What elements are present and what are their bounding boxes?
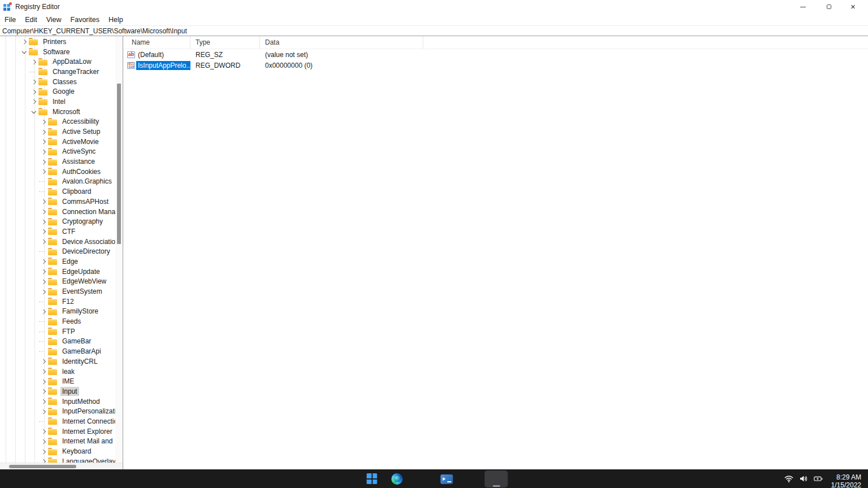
chevron-right-icon[interactable] — [40, 407, 48, 416]
chevron-right-icon[interactable] — [40, 147, 48, 156]
taskbar-registry-editor-button[interactable] — [485, 470, 508, 487]
chevron-right-icon[interactable] — [40, 307, 48, 316]
tree-item-input[interactable]: Input — [0, 386, 115, 396]
chevron-right-icon[interactable] — [40, 197, 48, 206]
chevron-right-icon[interactable] — [21, 37, 29, 46]
tree-item-edgewebview[interactable]: EdgeWebView — [0, 277, 115, 287]
taskbar-power-app-button[interactable] — [460, 470, 483, 487]
menu-item-help[interactable]: Help — [108, 16, 123, 24]
tree-item-inputmethod[interactable]: InputMethod — [0, 396, 115, 407]
tree-item-languageoverlay[interactable]: LanguageOverlay — [0, 456, 115, 463]
chevron-right-icon[interactable] — [31, 57, 38, 67]
tree-item-assistance[interactable]: Assistance — [0, 156, 115, 167]
tree-item-commsaphost[interactable]: CommsAPHost — [0, 197, 115, 207]
column-header-name[interactable]: Name — [123, 36, 190, 49]
chevron-right-icon[interactable] — [40, 447, 48, 456]
taskbar-edge-button[interactable] — [385, 470, 409, 487]
chevron-right-icon[interactable] — [40, 426, 48, 436]
chevron-right-icon[interactable] — [40, 237, 48, 246]
chevron-right-icon[interactable] — [31, 87, 38, 97]
tree-item-internet-mail-and[interactable]: Internet Mail and — [0, 437, 115, 447]
chevron-right-icon[interactable] — [40, 226, 48, 236]
chevron-right-icon[interactable] — [31, 97, 38, 106]
taskbar-start-button[interactable] — [361, 470, 384, 487]
menu-item-edit[interactable]: Edit — [25, 16, 37, 24]
tree-item-internet-connectio[interactable]: Internet Connectio — [0, 416, 115, 426]
tree-item-clipboard[interactable]: Clipboard — [0, 186, 115, 197]
tree-item-cryptography[interactable]: Cryptography — [0, 216, 115, 226]
tree-item-gamebarapi[interactable]: GameBarApi — [0, 346, 115, 356]
chevron-right-icon[interactable] — [40, 207, 48, 216]
tree-item-google[interactable]: Google — [0, 86, 115, 97]
menu-item-view[interactable]: View — [46, 16, 62, 24]
tree-item-edge[interactable]: Edge — [0, 256, 115, 267]
chevron-right-icon[interactable] — [40, 356, 48, 366]
menu-item-favorites[interactable]: Favorites — [71, 16, 99, 24]
tree-item-gamebar[interactable]: GameBar — [0, 337, 115, 347]
tree-item-internet-explorer[interactable]: Internet Explorer — [0, 426, 115, 437]
chevron-down-icon[interactable] — [21, 47, 29, 56]
restore-button[interactable] — [816, 0, 842, 14]
chevron-right-icon[interactable] — [40, 277, 48, 286]
volume-icon[interactable] — [798, 474, 809, 483]
minimize-button[interactable] — [790, 0, 816, 14]
tree-item-connection-mana[interactable]: Connection Mana — [0, 207, 115, 217]
tree-item-devicedirectory[interactable]: DeviceDirectory — [0, 246, 115, 256]
tree-item-leak[interactable]: leak — [0, 367, 115, 377]
tree-item-familystore[interactable]: FamilyStore — [0, 307, 115, 317]
tree-vertical-scrollbar-thumb[interactable] — [117, 84, 121, 244]
tree-item-eventsystem[interactable]: EventSystem — [0, 286, 115, 297]
tree-item-keyboard[interactable]: Keyboard — [0, 446, 115, 456]
tree-item-avalon-graphics[interactable]: Avalon.Graphics — [0, 177, 115, 187]
tree-item-device-associatio[interactable]: Device Associatio — [0, 237, 115, 247]
address-bar[interactable]: Computer\HKEY_CURRENT_USER\Software\Micr… — [0, 25, 868, 36]
chevron-right-icon[interactable] — [40, 456, 48, 463]
chevron-down-icon[interactable] — [31, 107, 38, 116]
tree-item-activemovie[interactable]: ActiveMovie — [0, 137, 115, 147]
chevron-right-icon[interactable] — [40, 217, 48, 226]
tree-item-accessibility[interactable]: Accessibility — [0, 117, 115, 127]
tree-item-software[interactable]: Software — [0, 47, 115, 57]
tree-item-inputpersonalizati[interactable]: InputPersonalizati — [0, 406, 115, 416]
tree-item-classes[interactable]: Classes — [0, 77, 115, 87]
tree-item-ctf[interactable]: CTF — [0, 226, 115, 237]
menu-item-file[interactable]: File — [5, 16, 16, 24]
tree-horizontal-scrollbar-thumb[interactable] — [9, 465, 76, 468]
tree-item-activesync[interactable]: ActiveSync — [0, 147, 115, 157]
close-button[interactable]: × — [842, 0, 868, 14]
chevron-right-icon[interactable] — [40, 157, 48, 167]
registry-value-row-default[interactable]: (Default)REG_SZ(value not set) — [123, 49, 868, 60]
chevron-right-icon[interactable] — [40, 256, 48, 266]
tree-vertical-scrollbar[interactable] — [115, 36, 123, 463]
tree-item-identitycrl[interactable]: IdentityCRL — [0, 356, 115, 367]
chevron-right-icon[interactable] — [40, 437, 48, 446]
tree-item-intel[interactable]: Intel — [0, 97, 115, 107]
taskbar-clock[interactable]: 8:29 AM 1/15/2022 — [831, 473, 861, 488]
taskbar-file-explorer-button[interactable] — [410, 470, 433, 487]
chevron-right-icon[interactable] — [40, 396, 48, 406]
tree-item-printers[interactable]: Printers — [0, 37, 115, 47]
battery-icon[interactable] — [813, 474, 823, 483]
chevron-right-icon[interactable] — [40, 287, 48, 297]
chevron-right-icon[interactable] — [40, 367, 48, 376]
chevron-right-icon[interactable] — [40, 267, 48, 276]
title-bar[interactable]: Registry Editor × — [0, 0, 868, 14]
chevron-right-icon[interactable] — [40, 377, 48, 386]
tree-item-ime[interactable]: IME — [0, 376, 115, 386]
tree-horizontal-scrollbar[interactable] — [0, 463, 123, 469]
wifi-icon[interactable] — [784, 474, 794, 483]
tree-item-f12[interactable]: F12 — [0, 297, 115, 307]
column-header-data[interactable]: Data — [260, 36, 423, 49]
chevron-right-icon[interactable] — [40, 386, 48, 396]
tree-item-edgeupdate[interactable]: EdgeUpdate — [0, 267, 115, 277]
registry-value-row-isinputappprelo[interactable]: IsInputAppPrelo...REG_DWORD0x00000000 (0… — [123, 60, 868, 72]
tree-item-ftp[interactable]: FTP — [0, 326, 115, 337]
tree-item-microsoft[interactable]: Microsoft — [0, 107, 115, 117]
tree-item-appdatalow[interactable]: AppDataLow — [0, 56, 115, 67]
tree-item-active-setup[interactable]: Active Setup — [0, 127, 115, 137]
chevron-right-icon[interactable] — [40, 117, 48, 127]
chevron-right-icon[interactable] — [40, 167, 48, 176]
tree-item-authcookies[interactable]: AuthCookies — [0, 167, 115, 177]
taskbar-powershell-button[interactable] — [435, 470, 458, 487]
column-header-type[interactable]: Type — [190, 36, 260, 49]
